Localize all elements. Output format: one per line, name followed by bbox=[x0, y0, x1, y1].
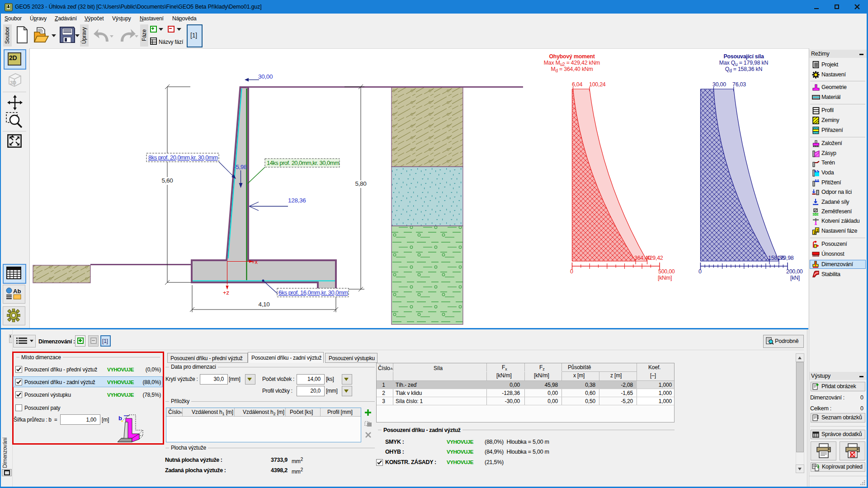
svg-text:2: 2 bbox=[816, 228, 819, 233]
svg-text:+z: +z bbox=[223, 289, 229, 296]
svg-text:-5,98: -5,98 bbox=[234, 164, 247, 170]
svg-text:8ks prof. 20,0mm,kr. 30,0mm: 8ks prof. 20,0mm,kr. 30,0mm bbox=[148, 154, 217, 161]
svg-text:200,00: 200,00 bbox=[786, 268, 803, 275]
svg-text:14ks prof. 20,0mm,kr. 30,0mm: 14ks prof. 20,0mm,kr. 30,0mm bbox=[267, 160, 339, 166]
svg-text:0: 0 bbox=[698, 268, 702, 275]
svg-text:6,04: 6,04 bbox=[572, 81, 582, 88]
svg-text:100,24: 100,24 bbox=[589, 81, 606, 88]
svg-text:+x: +x bbox=[251, 258, 258, 265]
svg-text:Posouvající síla: Posouvající síla bbox=[723, 53, 764, 60]
svg-text:30,00: 30,00 bbox=[258, 73, 273, 80]
svg-text:5,60: 5,60 bbox=[161, 177, 173, 184]
svg-text:76,03: 76,03 bbox=[732, 81, 746, 88]
svg-text:Ab: Ab bbox=[13, 288, 21, 295]
svg-text:Ohybový moment: Ohybový moment bbox=[549, 53, 594, 60]
svg-text:500,00: 500,00 bbox=[658, 268, 675, 275]
svg-text:Qd = 158,36 kN: Qd = 158,36 kN bbox=[725, 66, 762, 73]
svg-text:3D: 3D bbox=[10, 80, 16, 85]
svg-text:4,10: 4,10 bbox=[258, 301, 269, 308]
svg-text:5,80: 5,80 bbox=[355, 180, 366, 187]
svg-text:429,42: 429,42 bbox=[646, 255, 663, 261]
svg-text:[kN]: [kN] bbox=[790, 275, 800, 281]
svg-text:128,36: 128,36 bbox=[288, 197, 306, 204]
svg-text:[kNm]: [kNm] bbox=[658, 275, 672, 281]
svg-text:b: b bbox=[118, 415, 122, 422]
svg-text:179,98: 179,98 bbox=[777, 255, 794, 261]
svg-text:6ks prof. 16,0mm,kr. 30,0mm: 6ks prof. 16,0mm,kr. 30,0mm bbox=[278, 289, 348, 296]
svg-text:Md = 364,40 kNm: Md = 364,40 kNm bbox=[551, 66, 593, 73]
svg-text:30,00: 30,00 bbox=[712, 81, 726, 88]
svg-text:0: 0 bbox=[570, 268, 573, 275]
